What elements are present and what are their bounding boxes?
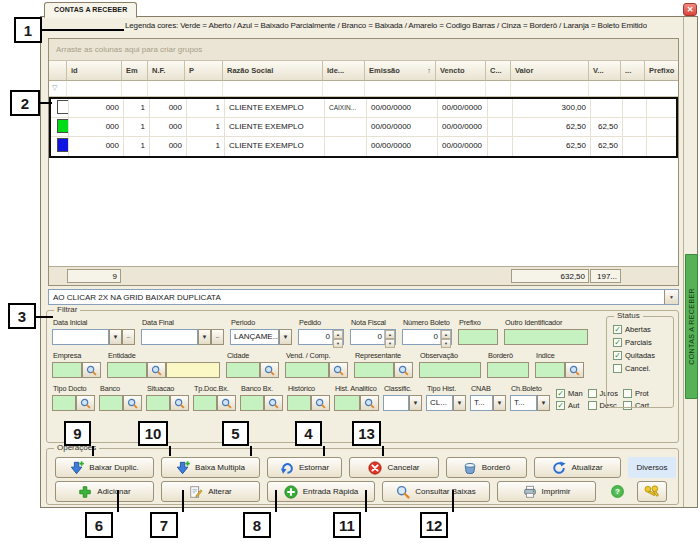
grid-header-dots[interactable]: ...: [621, 61, 645, 81]
chevron-down-icon[interactable]: ▼: [409, 395, 422, 411]
spin-up-icon[interactable]: ▲: [385, 330, 395, 339]
indice-input[interactable]: [535, 362, 565, 378]
numero-boleto-stepper[interactable]: 0 ▲▼: [402, 329, 452, 345]
ch-boleto-select[interactable]: T...: [510, 395, 537, 411]
observacao-input[interactable]: [419, 362, 481, 378]
entrada-rapida-button[interactable]: Entrada Rápida: [267, 481, 375, 502]
funnel-icon[interactable]: ▽: [49, 81, 67, 96]
search-icon[interactable]: [260, 362, 279, 378]
keys-button[interactable]: [637, 481, 667, 502]
tp-doc-bx-input[interactable]: [193, 395, 217, 411]
search-icon[interactable]: [147, 362, 166, 378]
classific-select[interactable]: [383, 395, 409, 411]
search-icon[interactable]: [170, 395, 189, 411]
spin-down-icon[interactable]: ▼: [385, 339, 395, 348]
checkbox-quitadas[interactable]: ✓Quitadas: [613, 351, 673, 360]
search-icon[interactable]: [394, 362, 413, 378]
chevron-down-icon[interactable]: ▼: [198, 329, 211, 345]
search-icon[interactable]: [76, 395, 95, 411]
adicionar-button[interactable]: Adicionar: [55, 481, 154, 502]
chevron-down-icon[interactable]: ▼: [493, 395, 506, 411]
cnab-select[interactable]: T...: [470, 395, 493, 411]
cidade-input[interactable]: [226, 362, 260, 378]
banco-input[interactable]: [99, 395, 123, 411]
baixar-duplic-button[interactable]: Baixar Duplic.: [55, 457, 154, 478]
checkbox-man[interactable]: ✓Man: [556, 389, 583, 398]
clear-date-icon[interactable]: –: [122, 329, 135, 345]
checkbox-box[interactable]: [613, 364, 622, 373]
grid-header-razao-social[interactable]: Razão Social: [223, 61, 323, 81]
grid-header-indicator[interactable]: [49, 61, 67, 81]
search-icon[interactable]: [360, 395, 379, 411]
bordero-input[interactable]: [487, 362, 529, 378]
empresa-input[interactable]: [52, 362, 82, 378]
search-icon[interactable]: [82, 362, 101, 378]
search-icon[interactable]: [217, 395, 236, 411]
chevron-down-icon[interactable]: ▼: [664, 290, 678, 304]
prefixo-input[interactable]: [458, 329, 498, 345]
checkbox-box[interactable]: ✓: [613, 351, 622, 360]
clear-date-icon[interactable]: –: [211, 329, 224, 345]
grid-header-em[interactable]: Em: [122, 61, 148, 81]
cancelar-button[interactable]: Cancelar: [349, 457, 439, 478]
baixa-multipla-button[interactable]: Baixa Multipla: [161, 457, 260, 478]
diversos-button[interactable]: Diversos: [628, 457, 676, 478]
atualizar-button[interactable]: Atualizar: [534, 457, 621, 478]
situacao-input[interactable]: [146, 395, 170, 411]
table-row[interactable]: 000 1 000 1 CLIENTE EXEMPLO CAIXIN... 00…: [51, 99, 676, 118]
historico-input[interactable]: [287, 395, 311, 411]
consultar-baixas-button[interactable]: Consultar Baixas: [382, 481, 490, 502]
tipo-hist-select[interactable]: CL...: [426, 395, 453, 411]
side-tab-contas-a-receber[interactable]: CONTAS A RECEBER: [685, 254, 698, 399]
checkbox-box[interactable]: ✓: [556, 401, 565, 410]
grid-empty-area[interactable]: [49, 158, 678, 266]
grid-header-v[interactable]: V...: [589, 61, 621, 81]
checkbox-box[interactable]: ✓: [613, 338, 622, 347]
close-icon[interactable]: ✕: [683, 3, 697, 16]
table-row[interactable]: 000 1 000 1 CLIENTE EXEMPLO 00/00/0000 0…: [51, 118, 676, 137]
search-icon[interactable]: [264, 395, 283, 411]
search-icon[interactable]: [311, 395, 330, 411]
vend-comp-input[interactable]: [285, 362, 329, 378]
checkbox-abertas[interactable]: ✓Abertas: [613, 325, 673, 334]
search-icon[interactable]: [123, 395, 142, 411]
search-icon[interactable]: [329, 362, 348, 378]
grid-header-prefixo[interactable]: Prefixo: [645, 61, 679, 81]
imprimir-button[interactable]: Imprimir: [497, 481, 596, 502]
chevron-down-icon[interactable]: ▼: [453, 395, 466, 411]
data-inicial-input[interactable]: [52, 329, 109, 345]
grid-header-c[interactable]: C...: [486, 61, 511, 81]
chevron-down-icon[interactable]: ▼: [279, 329, 292, 345]
grid-header-nf[interactable]: N.F.: [148, 61, 185, 81]
grid-filter-row[interactable]: ▽: [49, 81, 678, 97]
entidade-input[interactable]: [107, 362, 147, 378]
tipo-docto-input[interactable]: [52, 395, 76, 411]
search-icon[interactable]: [565, 362, 584, 378]
spin-up-icon[interactable]: ▲: [441, 330, 451, 339]
checkbox-box[interactable]: [588, 389, 597, 398]
checkbox-aut[interactable]: ✓Aut: [556, 401, 583, 410]
spin-down-icon[interactable]: ▼: [333, 339, 343, 348]
help-icon[interactable]: ?: [611, 485, 624, 498]
group-by-area[interactable]: Arraste as colunas aqui para criar grupo…: [49, 39, 678, 61]
spin-down-icon[interactable]: ▼: [441, 339, 451, 348]
checkbox-parciais[interactable]: ✓Parciais: [613, 338, 673, 347]
tab-contas-a-receber[interactable]: CONTAS A RECEBER: [44, 2, 137, 18]
grid-header-ide[interactable]: Ide...: [323, 61, 365, 81]
checkbox-box[interactable]: ✓: [556, 389, 565, 398]
grid-header-vencto[interactable]: Vencto: [436, 61, 486, 81]
checkbox-box[interactable]: ✓: [613, 325, 622, 334]
grid-header-emissao[interactable]: Emissão ↑: [365, 61, 436, 81]
banco-bx-input[interactable]: [240, 395, 264, 411]
outro-identificador-input[interactable]: [504, 329, 588, 345]
grid-header-p[interactable]: P: [185, 61, 223, 81]
grid-action-combo[interactable]: AO CLICAR 2X NA GRID BAIXAR DUPLICATA ▼: [48, 289, 679, 305]
hist-analitico-input[interactable]: [334, 395, 360, 411]
estornar-button[interactable]: Estornar: [267, 457, 342, 478]
alterar-button[interactable]: Alterar: [161, 481, 260, 502]
entidade-nome-input[interactable]: [166, 362, 220, 378]
periodo-select[interactable]: LANÇAME...: [230, 329, 279, 345]
bordero-button[interactable]: Borderô: [446, 457, 527, 478]
checkbox-cancel[interactable]: Cancel.: [613, 364, 673, 373]
nota-fiscal-stepper[interactable]: 0 ▲▼: [350, 329, 396, 345]
